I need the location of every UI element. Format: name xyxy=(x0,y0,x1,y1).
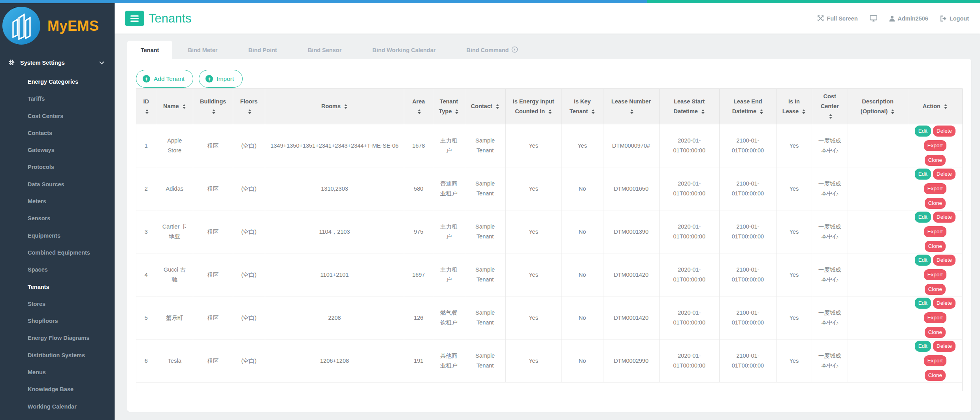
sort-icon xyxy=(496,104,499,109)
column-header-is-energy-input-counted-in[interactable]: Is Energy Input Counted In xyxy=(505,89,562,124)
table-cell: 租区 xyxy=(193,210,233,253)
edit-button[interactable]: Edit xyxy=(915,298,931,309)
sidebar-item-combined-equipments[interactable]: Combined Equipments xyxy=(0,244,115,261)
column-header-area[interactable]: Area xyxy=(404,89,433,124)
sidebar-item-sensors[interactable]: Sensors xyxy=(0,210,115,227)
sidebar-toggle-button[interactable] xyxy=(125,11,144,26)
content-area: TenantBind MeterBind PointBind SensorBin… xyxy=(115,34,980,420)
sidebar-item-working-calendar[interactable]: Working Calendar xyxy=(0,398,115,415)
sidebar-item-protocols[interactable]: Protocols xyxy=(0,159,115,176)
column-header-floors[interactable]: Floors xyxy=(233,89,265,124)
table-cell: Sample Tenant xyxy=(465,339,505,382)
hamburger-icon xyxy=(130,15,139,17)
tab-bind-point[interactable]: Bind Point xyxy=(233,41,292,59)
export-button[interactable]: Export xyxy=(924,312,946,323)
tab-bind-working-calendar[interactable]: Bind Working Calendar xyxy=(357,41,451,59)
delete-button[interactable]: Delete xyxy=(933,341,956,352)
edit-button[interactable]: Edit xyxy=(915,126,931,137)
delete-button[interactable]: Delete xyxy=(933,169,956,180)
import-button[interactable]: + Import xyxy=(199,70,243,88)
sort-icon xyxy=(701,109,705,114)
delete-button[interactable]: Delete xyxy=(933,298,956,309)
sidebar-item-energy-flow-diagrams[interactable]: Energy Flow Diagrams xyxy=(0,330,115,347)
sidebar-item-cost-centers[interactable]: Cost Centers xyxy=(0,108,115,125)
delete-button[interactable]: Delete xyxy=(933,255,956,266)
column-header-lease-start-datetime[interactable]: Lease Start Datetime xyxy=(659,89,719,124)
sidebar-item-meters[interactable]: Meters xyxy=(0,193,115,210)
table-cell: Yes xyxy=(505,167,562,210)
tab-tenant[interactable]: Tenant xyxy=(127,41,172,59)
sidebar-item-menus[interactable]: Menus xyxy=(0,364,115,381)
sort-icon xyxy=(944,104,948,109)
column-header-id[interactable]: ID xyxy=(136,89,156,124)
table-cell: 普通商业租户 xyxy=(433,167,465,210)
column-header-tenant-type[interactable]: Tenant Type xyxy=(433,89,465,124)
logout-button[interactable]: Logout xyxy=(940,15,969,22)
column-header-contact[interactable]: Contact xyxy=(465,89,505,124)
sidebar-item-energy-categories[interactable]: Energy Categories xyxy=(0,73,115,90)
column-header-action[interactable]: Action xyxy=(908,89,962,124)
edit-button[interactable]: Edit xyxy=(915,212,931,223)
tab-bind-command[interactable]: Bind Command xyxy=(451,41,533,59)
sidebar-item-contacts[interactable]: Contacts xyxy=(0,125,115,142)
tab-bind-meter[interactable]: Bind Meter xyxy=(172,41,233,59)
table-cell: No xyxy=(562,210,603,253)
export-button[interactable]: Export xyxy=(924,269,946,280)
add-tenant-button[interactable]: + Add Tenant xyxy=(136,70,193,88)
clone-button[interactable]: Clone xyxy=(925,327,946,338)
monitor-icon xyxy=(870,15,877,22)
clone-button[interactable]: Clone xyxy=(925,155,946,166)
export-button[interactable]: Export xyxy=(924,183,946,194)
table-cell: 191 xyxy=(404,339,433,382)
table-cell: (空白) xyxy=(233,124,265,167)
sidebar-item-equipments[interactable]: Equipments xyxy=(0,227,115,244)
table-cell: 3 xyxy=(136,210,156,253)
column-header-is-key-tenant[interactable]: Is Key Tenant xyxy=(562,89,603,124)
sort-icon xyxy=(183,104,186,109)
column-header-buildings[interactable]: Buildings xyxy=(193,89,233,124)
table-cell: No xyxy=(562,167,603,210)
column-label: Rooms xyxy=(321,103,341,109)
sidebar-item-shopfloors[interactable]: Shopfloors xyxy=(0,313,115,330)
column-header-cost-center[interactable]: Cost Center xyxy=(812,89,848,124)
table-cell: 1 xyxy=(136,124,156,167)
column-header-description-optional[interactable]: Description (Optional) xyxy=(848,89,908,124)
export-button[interactable]: Export xyxy=(924,140,946,151)
clone-button[interactable]: Clone xyxy=(925,370,946,381)
column-header-lease-number[interactable]: Lease Number xyxy=(603,89,659,124)
sidebar-item-spaces[interactable]: Spaces xyxy=(0,261,115,278)
clone-button[interactable]: Clone xyxy=(925,284,946,295)
action-buttons: EditDeleteExportClone xyxy=(913,126,957,166)
export-button[interactable]: Export xyxy=(924,226,946,237)
sidebar-item-data-sources[interactable]: Data Sources xyxy=(0,176,115,193)
sidebar-item-distribution-systems[interactable]: Distribution Systems xyxy=(0,347,115,364)
column-header-rooms[interactable]: Rooms xyxy=(265,89,404,124)
action-buttons: EditDeleteExportClone xyxy=(913,169,957,209)
clone-button[interactable]: Clone xyxy=(925,198,946,209)
fullscreen-button[interactable]: Full Screen xyxy=(817,15,858,22)
column-header-lease-end-datetime[interactable]: Lease End Datetime xyxy=(719,89,776,124)
edit-button[interactable]: Edit xyxy=(915,255,931,266)
logo[interactable]: MyEMS xyxy=(0,3,115,47)
column-header-is-in-lease[interactable]: Is In Lease xyxy=(776,89,812,124)
sidebar-item-stores[interactable]: Stores xyxy=(0,296,115,313)
edit-button[interactable]: Edit xyxy=(915,169,931,180)
delete-button[interactable]: Delete xyxy=(933,126,956,137)
sidebar-section-system-settings[interactable]: System Settings xyxy=(0,58,115,67)
display-button[interactable] xyxy=(870,15,877,22)
tab-bind-sensor[interactable]: Bind Sensor xyxy=(292,41,357,59)
table-cell: 2100-01-01T00:00:00 xyxy=(719,124,776,167)
column-header-name[interactable]: Name xyxy=(156,89,193,124)
sidebar-item-tariffs[interactable]: Tariffs xyxy=(0,90,115,107)
user-menu[interactable]: Admin2506 xyxy=(889,15,928,22)
sidebar-item-knowledge-base[interactable]: Knowledge Base xyxy=(0,381,115,398)
table-cell: Yes xyxy=(776,296,812,339)
delete-button[interactable]: Delete xyxy=(933,212,956,223)
edit-button[interactable]: Edit xyxy=(915,341,931,352)
table-cell: Sample Tenant xyxy=(465,124,505,167)
sidebar-item-tenants[interactable]: Tenants xyxy=(0,279,115,296)
tab-label: Bind Working Calendar xyxy=(372,47,435,53)
sidebar-item-gateways[interactable]: Gateways xyxy=(0,142,115,159)
export-button[interactable]: Export xyxy=(924,355,946,366)
clone-button[interactable]: Clone xyxy=(925,241,946,252)
